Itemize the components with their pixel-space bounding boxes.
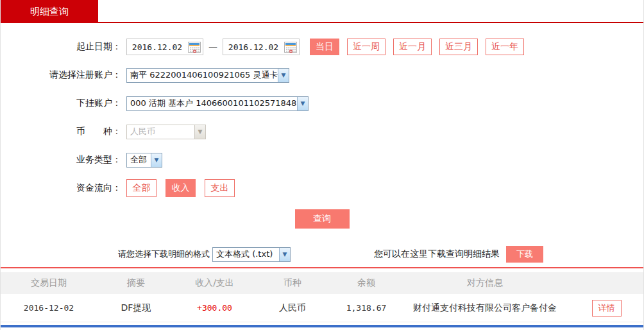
header-balance: 余额 xyxy=(331,277,402,289)
cell-amount: +300.00 xyxy=(175,303,254,313)
currency-select: 人民币 ▼ xyxy=(126,125,206,139)
business-type-label: 业务类型： xyxy=(1,154,126,166)
currency-label: 币 种： xyxy=(1,126,126,137)
calendar-icon[interactable] xyxy=(187,41,201,53)
fund-flow-income-button[interactable]: 收入 xyxy=(165,179,196,197)
quick-range-week-button[interactable]: 近一周 xyxy=(347,39,386,55)
registered-account-value: 南平 6222001406100921065 灵通卡 xyxy=(127,69,278,81)
download-format-value: 文本格式 (.txt) xyxy=(213,248,279,260)
tab-label: 明细查询 xyxy=(30,6,69,18)
start-date-value: 2016.12.02 xyxy=(127,42,187,52)
cell-summary: DF提现 xyxy=(97,302,175,314)
header-income-expense: 收入/支出 xyxy=(175,277,254,289)
cell-balance: 1,318.67 xyxy=(331,303,402,313)
chevron-down-icon: ▼ xyxy=(151,153,162,167)
chevron-down-icon: ▼ xyxy=(194,125,205,139)
calendar-icon[interactable] xyxy=(284,41,298,53)
header-summary: 摘要 xyxy=(97,277,175,289)
table-header: 交易日期 摘要 收入/支出 币种 余额 对方信息 xyxy=(1,272,643,294)
linked-account-label: 下挂账户： xyxy=(1,98,126,109)
linked-account-value: 000 活期 基本户 1406600101102571848 xyxy=(127,98,297,109)
end-date-value: 2016.12.02 xyxy=(223,42,284,52)
red-divider xyxy=(1,267,643,268)
date-range-row: 起止日期： 2016.12.02 xyxy=(1,39,643,55)
header-transaction-date: 交易日期 xyxy=(1,277,97,289)
linked-account-row: 下挂账户： 000 活期 基本户 1406600101102571848 ▼ xyxy=(1,95,643,112)
download-hint-text: 您可以在这里下载查询明细结果 xyxy=(374,248,500,260)
fund-flow-expense-button[interactable]: 支出 xyxy=(205,179,235,197)
table-row: 2016-12-02 DF提现 +300.00 人民币 1,318.67 财付通… xyxy=(1,294,643,322)
cell-transaction-date: 2016-12-02 xyxy=(1,303,97,313)
start-date-input[interactable]: 2016.12.02 xyxy=(126,39,203,55)
date-separator: — xyxy=(208,42,217,52)
date-range-label: 起止日期： xyxy=(1,41,126,53)
fund-flow-label: 资金流向： xyxy=(1,182,126,194)
fund-flow-row: 资金流向： 全部 收入 支出 xyxy=(1,180,643,196)
quick-range-3months-button[interactable]: 近三月 xyxy=(439,39,478,55)
header-counterparty: 对方信息 xyxy=(402,277,568,289)
tab-bar: 明细查询 xyxy=(1,0,643,23)
query-button[interactable]: 查询 xyxy=(295,209,350,229)
download-format-label: 请您选择下载明细的格式 xyxy=(118,248,210,260)
linked-account-select[interactable]: 000 活期 基本户 1406600101102571848 ▼ xyxy=(126,96,309,111)
currency-row: 币 种： 人民币 ▼ xyxy=(1,123,643,140)
business-type-row: 业务类型： 全部 ▼ xyxy=(1,152,643,168)
fund-flow-all-button[interactable]: 全部 xyxy=(126,179,157,197)
chevron-down-icon: ▼ xyxy=(279,248,290,261)
tab-detail-query[interactable]: 明细查询 xyxy=(1,0,98,23)
currency-value: 人民币 xyxy=(127,126,194,137)
end-date-input[interactable]: 2016.12.02 xyxy=(223,39,300,55)
header-currency: 币种 xyxy=(254,277,331,289)
business-type-value: 全部 xyxy=(127,154,151,166)
query-form: 起止日期： 2016.12.02 xyxy=(1,23,643,263)
registered-account-label: 请选择注册账户： xyxy=(1,69,126,81)
detail-button[interactable]: 详情 xyxy=(592,300,622,317)
download-row: 请您选择下载明细的格式 文本格式 (.txt) ▼ 您可以在这里下载查询明细结果… xyxy=(1,246,643,263)
chevron-down-icon: ▼ xyxy=(297,97,308,110)
registered-account-row: 请选择注册账户： 南平 6222001406100921065 灵通卡 ▼ xyxy=(1,67,643,83)
detail-query-page: 明细查询 起止日期： 2016.12.02 xyxy=(0,0,644,330)
chevron-down-icon: ▼ xyxy=(278,69,289,82)
business-type-select[interactable]: 全部 ▼ xyxy=(126,153,162,168)
quick-range-today-button[interactable]: 当日 xyxy=(310,39,339,55)
registered-account-select[interactable]: 南平 6222001406100921065 灵通卡 ▼ xyxy=(126,68,289,83)
quick-range-month-button[interactable]: 近一月 xyxy=(393,39,432,55)
quick-range-year-button[interactable]: 近一年 xyxy=(486,39,524,55)
cell-currency: 人民币 xyxy=(254,302,331,314)
download-format-select[interactable]: 文本格式 (.txt) ▼ xyxy=(212,247,291,262)
cell-counterparty: 财付通支付科技有限公司客户备付金 xyxy=(402,302,568,314)
download-button[interactable]: 下载 xyxy=(506,246,543,263)
bottom-blue-bar xyxy=(1,325,643,327)
